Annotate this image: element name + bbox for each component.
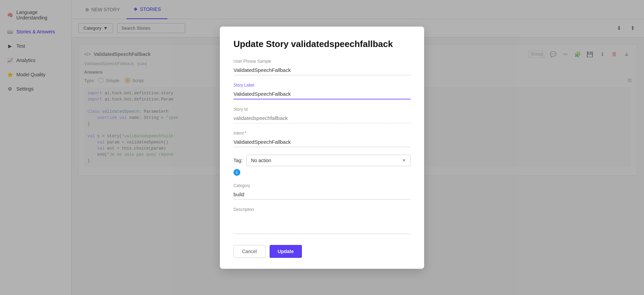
tag-row-label: Tag: bbox=[234, 158, 242, 163]
modal-footer: Cancel Update bbox=[234, 245, 410, 258]
story-label-input[interactable] bbox=[234, 89, 410, 99]
user-phrase-input[interactable] bbox=[234, 65, 410, 75]
user-phrase-group: User Phrase Sample bbox=[234, 59, 410, 75]
story-id-input[interactable] bbox=[234, 113, 410, 123]
user-phrase-label: User Phrase Sample bbox=[234, 59, 410, 64]
modal: Update Story validatedspeechfallback Use… bbox=[220, 27, 424, 269]
category-input[interactable] bbox=[234, 189, 410, 200]
description-group: Description bbox=[234, 207, 410, 235]
intent-group: Intent * bbox=[234, 131, 410, 147]
category-label: Category bbox=[234, 183, 410, 188]
story-id-label: Story Id bbox=[234, 107, 410, 112]
info-icon[interactable]: i bbox=[234, 169, 240, 176]
intent-input[interactable] bbox=[234, 137, 410, 147]
description-label: Description bbox=[234, 207, 410, 212]
tag-chevron-icon: ▼ bbox=[402, 158, 406, 163]
category-group: Category bbox=[234, 183, 410, 200]
tag-group: Tag: No action ▼ i bbox=[234, 155, 410, 176]
story-label-label: Story Label bbox=[234, 83, 410, 88]
cancel-button[interactable]: Cancel bbox=[234, 245, 265, 258]
description-textarea[interactable] bbox=[234, 213, 410, 234]
intent-label: Intent * bbox=[234, 131, 410, 136]
tag-select[interactable]: No action ▼ bbox=[246, 155, 410, 166]
story-id-group: Story Id bbox=[234, 107, 410, 123]
update-button[interactable]: Update bbox=[270, 245, 302, 258]
modal-title: Update Story validatedspeechfallback bbox=[234, 39, 410, 49]
modal-overlay[interactable]: Update Story validatedspeechfallback Use… bbox=[0, 0, 644, 295]
story-label-group: Story Label bbox=[234, 83, 410, 99]
tag-row: Tag: No action ▼ bbox=[234, 155, 410, 166]
